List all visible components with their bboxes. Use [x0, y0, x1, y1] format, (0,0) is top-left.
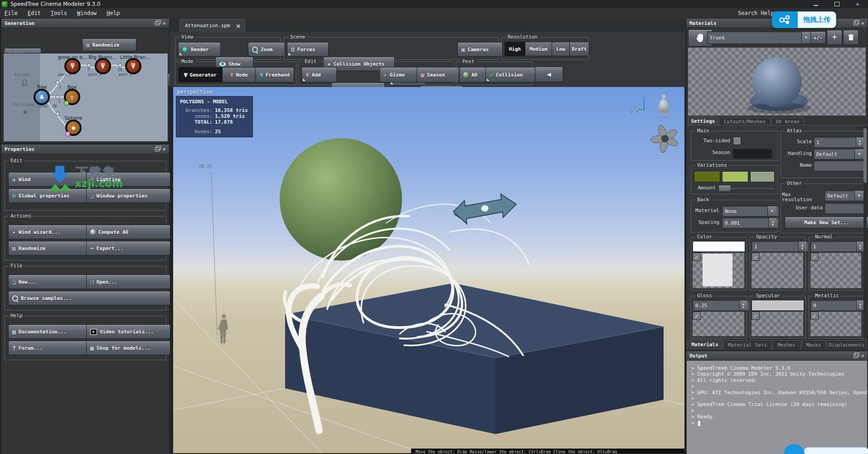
close-button[interactable]: ✕ [847, 0, 868, 8]
gloss-texture-thumb[interactable] [693, 312, 744, 336]
color-swatch[interactable] [693, 241, 745, 252]
output-header[interactable]: Output ✕ [686, 351, 868, 361]
video-tutorials-button[interactable]: ▶Video tutorials... [86, 324, 170, 339]
float-panel-icon[interactable] [155, 147, 160, 151]
spinner-arrows-icon[interactable]: ▲▼ [798, 241, 806, 251]
viewport-3d[interactable]: z x y perspective POLYGONS - MODEL branc… [172, 87, 684, 453]
mode-generator[interactable]: ΨGenerator [179, 68, 223, 82]
opacity-texture-thumb[interactable] [752, 253, 803, 288]
generation-header[interactable]: Generation ✕ [1, 19, 169, 28]
chevron-down-icon[interactable]: ▼ [854, 191, 863, 201]
spinner-arrows-icon[interactable]: ▲▼ [856, 137, 863, 147]
back-button[interactable]: ◀ [535, 67, 563, 82]
float-panel-icon[interactable] [853, 354, 858, 358]
properties-header[interactable]: Properties ✕ [1, 145, 169, 154]
close-panel-icon[interactable]: ✕ [861, 21, 864, 25]
season-button[interactable]: ▦Season [417, 67, 459, 82]
tab-masks[interactable]: Masks [801, 340, 826, 349]
variation-swatch-2[interactable] [722, 171, 748, 182]
export-button[interactable]: ➦Export... [86, 241, 170, 256]
specular-enabled-checkbox[interactable] [752, 312, 760, 320]
color-enabled-checkbox[interactable] [693, 253, 701, 261]
specular-swatch[interactable] [752, 300, 804, 311]
output-console[interactable]: > SpeedTree® Cinema Modeler 9.3.0 > Copy… [687, 361, 867, 454]
tab-settings[interactable]: Settings [688, 116, 718, 126]
tab-displacements[interactable]: Displacements [827, 340, 867, 349]
spinner-arrows-icon[interactable]: ▲▼ [856, 300, 864, 310]
variation-swatch-1[interactable] [694, 171, 720, 182]
generation-graph[interactable]: Forces Ω Collision ✸ grow on b... Big Br… [3, 53, 168, 142]
float-panel-icon[interactable] [853, 21, 858, 25]
zoom-button[interactable]: Zoom [248, 42, 285, 57]
resolution-draft[interactable]: Draft [570, 42, 589, 56]
resolution-low[interactable]: Low [552, 42, 570, 56]
season-color-swatch[interactable] [733, 148, 772, 159]
close-panel-icon[interactable]: ✕ [163, 147, 166, 151]
normal-input[interactable]: 1▲▼ [810, 241, 867, 252]
randomize-button[interactable]: ⚄ Randomize [82, 39, 136, 51]
metallic-texture-thumb[interactable] [810, 312, 861, 336]
tab-cutouts-meshes[interactable]: Cutouts/Meshes [719, 117, 771, 126]
menu-window[interactable]: Window [77, 10, 97, 16]
wind-wizard-button[interactable]: ✦Wind wizard... [8, 225, 91, 239]
variation-swatch-3[interactable] [750, 171, 775, 182]
tab-uv-areas[interactable]: UV Areas [771, 117, 804, 126]
cameras-button[interactable]: ▣Cameras [457, 42, 503, 57]
shop-models-button[interactable]: ▦Shop for models... [86, 341, 170, 355]
float-panel-icon[interactable] [155, 21, 160, 25]
open-button[interactable]: ❐Open... [86, 275, 170, 289]
forces-button[interactable]: ΩForces [287, 42, 329, 57]
mode-freehand[interactable]: ΨFreehand [256, 68, 294, 82]
normal-texture-thumb[interactable] [810, 253, 861, 288]
compute-ao-button[interactable]: Compute AO [86, 225, 170, 239]
new-button[interactable]: ❑New... [8, 275, 91, 289]
add-material-button[interactable]: ＋ [827, 30, 842, 45]
menu-tools[interactable]: Tools [51, 10, 67, 16]
menu-file[interactable]: File [5, 10, 18, 16]
tab-material-sets[interactable]: Material Sets [723, 340, 771, 349]
specular-texture-thumb[interactable] [752, 312, 803, 336]
make-new-set-button[interactable]: Make New Set... [785, 217, 868, 228]
camera-mode-label[interactable]: perspective [177, 89, 213, 95]
tab-materials[interactable]: Materials [687, 339, 723, 349]
spinner-arrows-icon[interactable]: ▲▼ [739, 300, 747, 310]
two-sided-checkbox[interactable] [733, 137, 741, 145]
wind-button[interactable]: ❋Wind [8, 172, 91, 187]
gloss-input[interactable]: 0.25▲▼ [693, 300, 750, 311]
post-collision-button[interactable]: ↺Collision [485, 67, 536, 82]
close-panel-icon[interactable]: ✕ [861, 353, 864, 358]
scale-input[interactable]: 1▲▼ [814, 137, 866, 148]
close-panel-icon[interactable]: ✕ [163, 21, 166, 25]
graph-node-tree[interactable]: ♣ [34, 89, 50, 105]
graph-node-big-branches[interactable]: Ψ [95, 58, 111, 74]
chevron-down-icon[interactable]: ▼ [767, 206, 776, 216]
graph-node-little-branches[interactable]: Ψ [125, 58, 141, 74]
minimize-button[interactable] [805, 0, 826, 8]
normal-enabled-checkbox[interactable] [810, 253, 819, 261]
delete-material-button[interactable] [843, 30, 858, 45]
randomize-action-button[interactable]: ⚄Randomize [8, 241, 91, 256]
tab-close-icon[interactable]: ✕ [236, 22, 240, 30]
menu-help[interactable]: Help [107, 10, 120, 16]
gizmo-button[interactable]: ✛Gizmo [379, 67, 422, 82]
window-properties-button[interactable]: ❏Window properties [86, 188, 170, 203]
max-resolution-select[interactable]: Default▼ [824, 190, 866, 201]
menu-edit[interactable]: Edit [28, 10, 41, 16]
material-select[interactable]: Trunk ▼ [707, 31, 813, 44]
forum-button[interactable]: ?Forum... [8, 341, 91, 355]
opacity-input[interactable]: 1▲▼ [752, 241, 809, 252]
resolution-medium[interactable]: Medium [525, 42, 552, 56]
lighting-button[interactable]: ☀Lighting [86, 172, 170, 187]
metallic-enabled-checkbox[interactable] [810, 312, 819, 320]
name-input[interactable] [814, 160, 866, 171]
metallic-input[interactable]: 0▲▼ [810, 300, 867, 311]
drag-upload-widget[interactable]: 拖拽上传 [772, 11, 836, 28]
mode-node[interactable]: ΨNode [223, 68, 256, 82]
tab-meshes[interactable]: Meshes [772, 340, 800, 349]
slider-handle[interactable] [718, 185, 731, 192]
spinner-arrows-icon[interactable]: ▲▼ [856, 241, 864, 251]
gloss-enabled-checkbox[interactable] [693, 312, 701, 320]
edit-add-button[interactable]: ΨAdd [301, 67, 337, 82]
opacity-enabled-checkbox[interactable] [752, 253, 760, 261]
spacing-input[interactable]: 0.001▲▼ [722, 217, 779, 228]
